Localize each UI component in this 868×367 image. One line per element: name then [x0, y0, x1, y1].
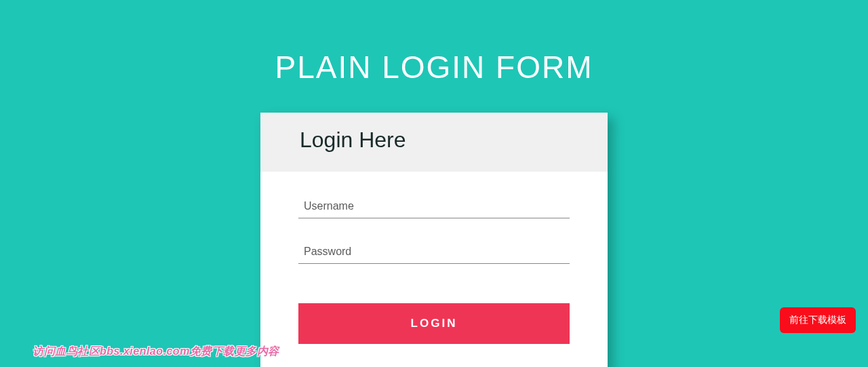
login-button[interactable]: LOGIN	[298, 303, 570, 344]
page-title: PLAIN LOGIN FORM	[0, 0, 868, 113]
watermark-text: 访问血鸟社区bbs.xienlao.com免费下载更多内容	[33, 345, 279, 359]
card-body: LOGIN	[260, 172, 608, 367]
card-header: Login Here	[260, 113, 608, 172]
download-template-button[interactable]: 前往下载模板	[780, 307, 856, 333]
login-card: Login Here LOGIN	[260, 113, 608, 367]
username-input[interactable]	[298, 192, 570, 218]
password-input[interactable]	[298, 237, 570, 264]
card-header-title: Login Here	[300, 128, 583, 153]
